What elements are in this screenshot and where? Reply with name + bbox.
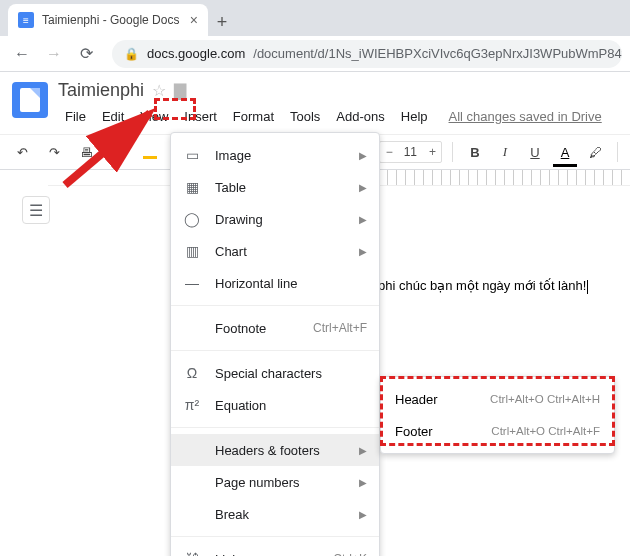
- paint-format-button[interactable]: [138, 140, 162, 164]
- address-bar: ← → ⟳ 🔒 docs.google.com/document/d/1Ns_i…: [0, 36, 630, 72]
- spellcheck-button[interactable]: Ā: [106, 140, 130, 164]
- forward-button[interactable]: →: [40, 40, 68, 68]
- outline-toggle[interactable]: ☰: [22, 196, 50, 224]
- folder-icon[interactable]: ▇: [174, 81, 186, 100]
- menu-item-image[interactable]: ▭Image▶: [171, 139, 379, 171]
- image-icon: ▭: [183, 147, 201, 163]
- docs-favicon: ≡: [18, 12, 34, 28]
- chevron-right-icon: ▶: [359, 182, 367, 193]
- menu-view[interactable]: View: [133, 105, 175, 128]
- underline-button[interactable]: U: [523, 140, 547, 164]
- submenu-shortcut: Ctrl+Alt+O Ctrl+Alt+F: [491, 425, 600, 437]
- special-icon: Ω: [183, 365, 201, 381]
- menu-help[interactable]: Help: [394, 105, 435, 128]
- menu-item-chart[interactable]: ▥Chart▶: [171, 235, 379, 267]
- document-title[interactable]: Taimienphi: [58, 80, 144, 101]
- menu-item-label: Headers & footers: [215, 443, 345, 458]
- font-size-value[interactable]: 11: [398, 145, 423, 159]
- chart-icon: ▥: [183, 243, 201, 259]
- menu-item-headers-footers[interactable]: Headers & footers▶: [171, 434, 379, 466]
- menu-shortcut: Ctrl+Alt+F: [313, 321, 367, 335]
- submenu-item-footer[interactable]: FooterCtrl+Alt+O Ctrl+Alt+F: [381, 415, 614, 447]
- menu-item-break[interactable]: Break▶: [171, 498, 379, 530]
- hr-icon: —: [183, 275, 201, 291]
- drawing-icon: ◯: [183, 211, 201, 227]
- save-status[interactable]: All changes saved in Drive: [449, 109, 602, 124]
- redo-button[interactable]: ↷: [42, 140, 66, 164]
- menu-item-drawing[interactable]: ◯Drawing▶: [171, 203, 379, 235]
- menu-shortcut: Ctrl+K: [333, 552, 367, 556]
- menu-item-page-numbers[interactable]: Page numbers▶: [171, 466, 379, 498]
- docs-header: Taimienphi ☆ ▇ File Edit View Insert For…: [0, 72, 630, 128]
- tab-title: Taimienphi - Google Docs: [42, 13, 179, 27]
- star-icon[interactable]: ☆: [152, 81, 166, 100]
- font-size-input[interactable]: − 11 +: [379, 141, 442, 163]
- chevron-right-icon: ▶: [359, 477, 367, 488]
- headers-footers-submenu: HeaderCtrl+Alt+O Ctrl+Alt+HFooterCtrl+Al…: [380, 376, 615, 454]
- submenu-shortcut: Ctrl+Alt+O Ctrl+Alt+H: [490, 393, 600, 405]
- docs-logo[interactable]: [12, 82, 48, 118]
- undo-button[interactable]: ↶: [10, 140, 34, 164]
- menu-edit[interactable]: Edit: [95, 105, 131, 128]
- reload-button[interactable]: ⟳: [72, 40, 100, 68]
- menu-file[interactable]: File: [58, 105, 93, 128]
- menu-item-label: Equation: [215, 398, 367, 413]
- print-button[interactable]: 🖶: [74, 140, 98, 164]
- menubar: File Edit View Insert Format Tools Add-o…: [58, 105, 618, 128]
- menu-item-label: Special characters: [215, 366, 367, 381]
- document-body-text[interactable]: phi chúc bạn một ngày mới tốt lành!: [378, 278, 588, 294]
- menu-item-horizontal-line[interactable]: —Horizontal line: [171, 267, 379, 299]
- plus-icon[interactable]: +: [423, 145, 441, 159]
- menu-item-link[interactable]: ⛓LinkCtrl+K: [171, 543, 379, 556]
- equation-icon: π²: [183, 397, 201, 413]
- menu-item-label: Horizontal line: [215, 276, 367, 291]
- chevron-right-icon: ▶: [359, 246, 367, 257]
- browser-tab[interactable]: ≡ Taimienphi - Google Docs ×: [8, 4, 208, 36]
- highlight-button[interactable]: 🖊: [583, 140, 607, 164]
- chevron-right-icon: ▶: [359, 445, 367, 456]
- menu-item-equation[interactable]: π²Equation: [171, 389, 379, 421]
- menu-item-table[interactable]: ▦Table▶: [171, 171, 379, 203]
- submenu-label: Header: [395, 392, 490, 407]
- menu-item-label: Break: [215, 507, 345, 522]
- menu-item-footnote[interactable]: FootnoteCtrl+Alt+F: [171, 312, 379, 344]
- menu-item-label: Footnote: [215, 321, 299, 336]
- menu-format[interactable]: Format: [226, 105, 281, 128]
- menu-addons[interactable]: Add-ons: [329, 105, 391, 128]
- menu-tools[interactable]: Tools: [283, 105, 327, 128]
- menu-item-special-characters[interactable]: ΩSpecial characters: [171, 357, 379, 389]
- url-path: /document/d/1Ns_iWIEHBPXciVIvc6qG3epNrxJ…: [253, 46, 622, 61]
- url-input[interactable]: 🔒 docs.google.com/document/d/1Ns_iWIEHBP…: [112, 40, 622, 68]
- chevron-right-icon: ▶: [359, 150, 367, 161]
- url-domain: docs.google.com: [147, 46, 245, 61]
- text-color-button[interactable]: A: [553, 140, 577, 164]
- text-cursor: [587, 280, 588, 294]
- chevron-right-icon: ▶: [359, 509, 367, 520]
- menu-insert[interactable]: Insert: [177, 105, 224, 128]
- menu-item-label: Page numbers: [215, 475, 345, 490]
- submenu-label: Footer: [395, 424, 491, 439]
- new-tab-button[interactable]: +: [208, 8, 236, 36]
- menu-item-label: Image: [215, 148, 345, 163]
- table-icon: ▦: [183, 179, 201, 195]
- lock-icon: 🔒: [124, 47, 139, 61]
- submenu-item-header[interactable]: HeaderCtrl+Alt+O Ctrl+Alt+H: [381, 383, 614, 415]
- insert-menu-dropdown: ▭Image▶▦Table▶◯Drawing▶▥Chart▶—Horizonta…: [170, 132, 380, 556]
- browser-tab-strip: ≡ Taimienphi - Google Docs × +: [0, 0, 630, 36]
- back-button[interactable]: ←: [8, 40, 36, 68]
- link-icon: ⛓: [183, 551, 201, 556]
- bold-button[interactable]: B: [463, 140, 487, 164]
- close-icon[interactable]: ×: [190, 12, 198, 28]
- minus-icon[interactable]: −: [380, 145, 398, 159]
- menu-item-label: Chart: [215, 244, 345, 259]
- italic-button[interactable]: I: [493, 140, 517, 164]
- menu-item-label: Link: [215, 552, 319, 557]
- menu-item-label: Table: [215, 180, 345, 195]
- chevron-right-icon: ▶: [359, 214, 367, 225]
- menu-item-label: Drawing: [215, 212, 345, 227]
